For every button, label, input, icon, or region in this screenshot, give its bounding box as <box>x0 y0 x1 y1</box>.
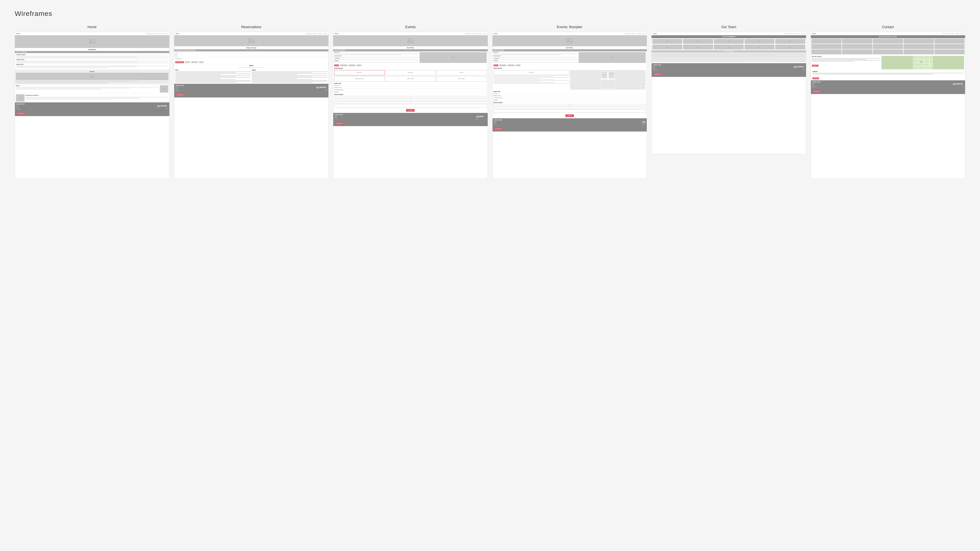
evt-space-tread-library[interactable]: TREAD LIBRARY <box>436 76 487 81</box>
evtfp-nav-team[interactable]: The Team <box>636 33 641 34</box>
evt-space-dining[interactable]: MAIN DINING ROOM <box>334 76 385 81</box>
evt-submit-btn[interactable]: SUBMIT <box>406 109 415 112</box>
evt-catering-btn[interactable]: CATERING <box>356 64 362 67</box>
res-skip-food-btn[interactable]: SKIP FOOD <box>185 61 190 63</box>
gallery-cell-1 <box>811 39 842 44</box>
contact-reserve-btn[interactable]: RESERVATIONS <box>812 91 821 92</box>
evt-form-field2[interactable] <box>411 96 487 98</box>
contact-get-in-touch-area: GET IN TOUCH INQUIRE US <box>811 55 965 70</box>
res-make-reservation-btn[interactable]: MAKE RESERVATION <box>175 61 184 63</box>
evt-nav-contact[interactable]: Contact <box>483 33 486 34</box>
evtfp-space-it-btn[interactable]: SPACE IT <box>493 64 498 67</box>
carousel-right-arrow[interactable]: › <box>327 40 328 42</box>
evtfp-nav-logo: Venue <box>494 33 498 34</box>
evtfp-accordion-private[interactable]: PRIVATE EVENTS + <box>493 95 647 97</box>
about-food-line1 <box>16 61 168 62</box>
res-nav-reservations[interactable]: Reservations ▾ <box>306 33 312 34</box>
evt-hero-label: Hero Photo <box>333 46 488 49</box>
evtfp-inquire-btn[interactable]: INQUIRE INQUIRY <box>499 64 507 67</box>
carousel-left-arrow[interactable]: ‹ <box>175 40 175 42</box>
evt-space-patio-east[interactable]: PATIO EAST <box>334 70 385 75</box>
evt-space-canopy[interactable]: CANOPY <box>436 70 487 75</box>
res-btn-row: MAKE RESERVATION SKIP FOOD ORDER FOOD ▾ … <box>174 60 329 64</box>
evtfp-form-textarea[interactable] <box>493 110 646 113</box>
evt-nav-reservations[interactable]: Reservations ▾ <box>465 33 471 34</box>
frame-home: Venue Reservations ▾ Events ▾ The Team C… <box>15 32 170 179</box>
evt-form-field5[interactable] <box>334 102 410 103</box>
evtfp-accordion-corporate[interactable]: CORPORATE EVENTS + <box>493 97 647 99</box>
team-footer: CONTACT INFO AddressPhoneEmailSocial Med… <box>652 63 806 77</box>
evtfp-nav-contact[interactable]: Contact <box>642 33 645 34</box>
res-carousel-icon <box>248 39 254 43</box>
evt-space-tread-lounge[interactable]: TREAD LOUNGE <box>385 76 436 81</box>
evt-inquire-btn[interactable]: INQUIRE INQUIRY <box>340 64 347 67</box>
team-nav-res[interactable]: Reservations ▾ <box>783 33 790 34</box>
evtfp-nav-res[interactable]: Reservations ▾ <box>624 33 631 34</box>
col-title-reservations: Reservations <box>241 25 261 29</box>
evtfp-nav-events[interactable]: Events ▾ <box>632 33 635 34</box>
team-nav-contact[interactable]: Contact <box>801 33 805 34</box>
evt-book-btn[interactable]: BOOK AN EVENT <box>348 64 356 67</box>
contact-nav-res[interactable]: Reservations ▾ <box>943 33 949 34</box>
evt-form-textarea[interactable] <box>334 104 487 108</box>
home-nav-reservations[interactable]: Reservations ▾ <box>147 33 153 34</box>
contact-nav-team[interactable]: The Team <box>955 33 959 34</box>
evtfp-form-field2[interactable] <box>570 104 646 106</box>
evt-accordion-private[interactable]: PRIVATE EVENTS + <box>333 87 488 89</box>
evtfp-catering-btn[interactable]: CATERING <box>515 64 521 67</box>
res-nav-team[interactable]: The Team <box>318 33 323 34</box>
frame-reservations: Venue Reservations ▾ Events ▾ The Team C… <box>174 32 329 179</box>
evt-nav-events[interactable]: Events ▾ <box>473 33 476 34</box>
evtfp-reserve-footer-btn[interactable]: RESERVATIONS <box>494 128 503 130</box>
home-nav-team[interactable]: The Team <box>159 33 164 34</box>
evt-reserve-footer-btn[interactable]: RESERVATIONS <box>335 123 344 125</box>
home-nav-events[interactable]: Events ▾ <box>154 33 158 34</box>
res-dropdown-section: Starters Mains Desserts Drinks & Cocktai… <box>174 51 329 60</box>
res-nav-contact[interactable]: Contact <box>323 33 327 34</box>
evtfp-accordion: GROUPS 10+ + PRIVATE EVENTS + CORPORATE … <box>493 92 647 102</box>
team-reserve-btn[interactable]: RESERVATIONS <box>653 73 662 75</box>
evt-form-field6[interactable] <box>411 102 487 103</box>
about-spaces-label: About the spaces <box>16 54 168 56</box>
res-order-food-btn[interactable]: ORDER FOOD ▾ <box>191 61 198 63</box>
res-options-btn[interactable]: OPTIONS <box>199 61 204 63</box>
res-nav-events[interactable]: Events ▾ <box>313 33 317 34</box>
evt-nav-team[interactable]: The Team <box>477 33 482 34</box>
careers-apply-btn[interactable]: APPLY NOW <box>812 78 819 79</box>
evt-accordion-groups[interactable]: GROUPS 10+ + <box>333 84 488 87</box>
evt-form-field1[interactable] <box>334 96 410 98</box>
evtfp-accordion-catering[interactable]: CATERING + <box>493 99 647 102</box>
home-footer-content: AddressPhoneEmailSocial Media f ⭐ <box>16 105 168 110</box>
evt-form-field4[interactable] <box>411 99 487 101</box>
evt-accordion-corporate[interactable]: CORPORATE EVENTS + <box>333 89 488 91</box>
evt-nav: Venue Reservations ▾ Events ▾ The Team C… <box>333 32 488 35</box>
home-nav-contact[interactable]: Contact <box>164 33 168 34</box>
evt-space-patio-west[interactable]: PATIO WEST <box>385 70 436 75</box>
team-nav-team[interactable]: The Team <box>796 33 800 34</box>
team-nav-events[interactable]: Events ▾ <box>791 33 795 34</box>
evt-form: SUBMIT <box>333 95 488 113</box>
svg-text:P: P <box>604 75 605 75</box>
team-overview-header: TEAM OVERVIEW <box>652 50 806 52</box>
home-about-header: ABOUT OVERVIEW <box>15 51 169 53</box>
res-footer-content: AddressPhoneEmailSocial Media f ⭐ <box>176 87 327 91</box>
col-title-home: Home <box>88 25 97 29</box>
evt-form-field3[interactable] <box>334 99 410 101</box>
evt-accordion-catering[interactable]: CATERING + <box>333 91 488 93</box>
evtfp-accordion-groups[interactable]: GROUPS 10+ + <box>493 92 647 95</box>
evtfp-form-field3[interactable] <box>493 107 569 109</box>
evtfp-space-patio-east[interactable]: PATIO EAST <box>493 70 569 75</box>
home-reserve-btn[interactable]: RESERVATIONS <box>16 113 25 114</box>
res-reserve-btn[interactable]: RESERVATIONS <box>176 94 185 96</box>
gallery-cell-4 <box>904 39 934 44</box>
evt-space-it-btn[interactable]: SPACE IT <box>334 64 339 67</box>
evtfp-book-btn[interactable]: BOOK AN EVENT <box>508 64 515 67</box>
evtfp-form-field1[interactable] <box>493 104 569 106</box>
events-preview-image <box>160 85 169 92</box>
contact-nav-events[interactable]: Events ▾ <box>950 33 954 34</box>
contact-nav-contact[interactable]: Contact <box>960 33 964 34</box>
home-footer: CONTACT INFO AddressPhoneEmailSocial Med… <box>15 102 169 116</box>
evtfp-submit-btn[interactable]: SUBMIT <box>565 114 574 117</box>
evtfp-form-field4[interactable] <box>570 107 646 109</box>
contact-inquire-btn[interactable]: INQUIRE US <box>812 65 819 67</box>
